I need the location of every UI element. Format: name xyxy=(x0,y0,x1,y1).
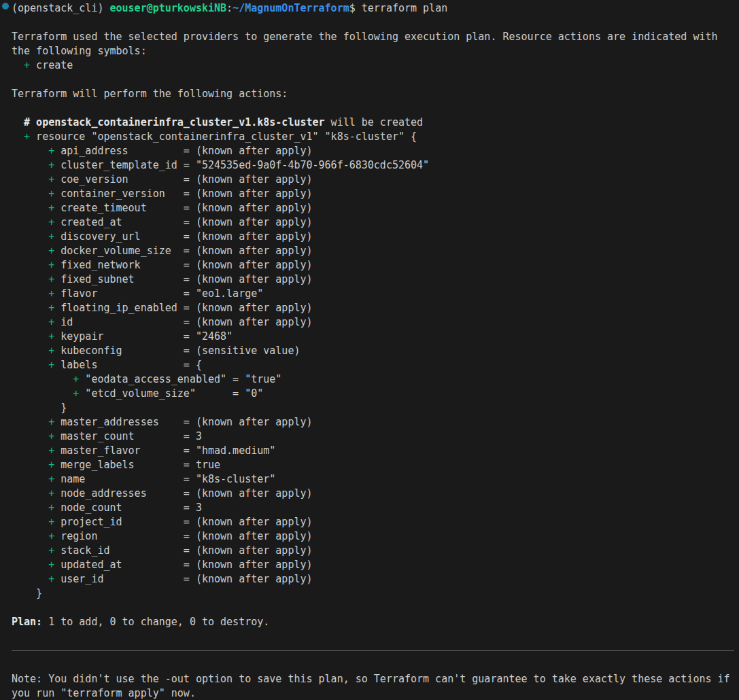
attr-region: + region = (known after apply) xyxy=(12,529,734,544)
attr-coe_version: + coe_version = (known after apply) xyxy=(12,173,734,187)
text-segment xyxy=(12,516,48,528)
text-segment: you run "terraform apply" now. xyxy=(12,687,196,699)
plus-sign: + xyxy=(48,259,54,271)
text-segment: Note: You didn't use the -out option to … xyxy=(12,673,730,685)
text-segment: container_version = (known after apply) xyxy=(54,188,312,200)
text-segment: stack_id = (known after apply) xyxy=(54,544,312,557)
attr-user_id: + user_id = (known after apply) xyxy=(12,572,734,587)
text-segment xyxy=(12,573,48,585)
attr-discovery_url: + discovery_url = (known after apply) xyxy=(12,230,734,244)
text-segment xyxy=(12,230,48,243)
attr-master_addresses: + master_addresses = (known after apply) xyxy=(12,415,734,430)
prompt-colon: : xyxy=(226,2,233,14)
attr-created_at: + created_at = (known after apply) xyxy=(12,215,734,230)
text-segment: project_id = (known after apply) xyxy=(54,516,312,528)
plan-summary-line: Plan: 1 to add, 0 to change, 0 to destro… xyxy=(12,615,734,629)
text-segment: labels = { xyxy=(54,359,202,371)
plus-sign: + xyxy=(24,59,30,71)
text-segment: master_count = 3 xyxy=(54,430,202,442)
text-segment: node_count = 3 xyxy=(54,502,202,514)
plus-sign: + xyxy=(48,459,54,471)
text-segment: } xyxy=(12,402,67,414)
plus-sign: + xyxy=(48,287,54,300)
text-segment xyxy=(12,130,24,143)
text-segment xyxy=(12,216,48,228)
attr-node_addresses: + node_addresses = (known after apply) xyxy=(12,487,734,501)
text-segment: } xyxy=(12,587,42,599)
plus-sign: + xyxy=(48,444,54,457)
text-segment xyxy=(12,173,48,186)
terminal-command-decoration-icon[interactable] xyxy=(2,3,9,10)
text-segment: flavor = "eo1.large" xyxy=(54,287,263,300)
prompt-venv: (openstack_cli) xyxy=(12,2,110,14)
text-segment xyxy=(12,430,48,442)
text-segment: fixed_network = (known after apply) xyxy=(54,259,312,271)
plus-sign: + xyxy=(48,430,54,442)
attr-name: + name = "k8s-cluster" xyxy=(12,472,734,487)
terminal-line: Terraform used the selected providers to… xyxy=(12,30,734,44)
text-segment xyxy=(12,302,48,314)
text-segment xyxy=(12,116,24,128)
plus-sign: + xyxy=(48,159,54,171)
plus-sign: + xyxy=(48,188,54,200)
text-segment: created_at = (known after apply) xyxy=(54,216,312,228)
text-segment: region = (known after apply) xyxy=(54,530,312,542)
attr-fixed_subnet: + fixed_subnet = (known after apply) xyxy=(12,273,734,287)
attr-create_timeout: + create_timeout = (known after apply) xyxy=(12,201,734,215)
text-segment: id = (known after apply) xyxy=(54,316,312,328)
attr-fixed_network: + fixed_network = (known after apply) xyxy=(12,258,734,273)
text-segment: discovery_url = (known after apply) xyxy=(54,230,312,243)
text-segment xyxy=(12,245,48,257)
attr-flavor: + flavor = "eo1.large" xyxy=(12,287,734,301)
attr-label-etcd_volume_size: + "etcd_volume_size" = "0" xyxy=(12,387,734,401)
plus-sign: + xyxy=(48,416,54,428)
text-segment: name = "k8s-cluster" xyxy=(54,473,275,485)
text-segment: the following symbols: xyxy=(12,45,147,57)
terminal-line: you run "terraform apply" now. xyxy=(12,686,734,700)
attr-floating_ip_enabled: + floating_ip_enabled = (known after app… xyxy=(12,301,734,315)
text-segment xyxy=(12,387,73,400)
terminal-line xyxy=(12,658,734,672)
resource-block-open: + resource "openstack_containerinfra_clu… xyxy=(12,130,734,144)
text-segment xyxy=(12,487,48,500)
text-segment: merge_labels = true xyxy=(54,459,220,471)
plus-sign: + xyxy=(48,245,54,257)
text-segment: coe_version = (known after apply) xyxy=(54,173,312,186)
plus-sign: + xyxy=(48,345,54,357)
plus-sign: + xyxy=(48,273,54,285)
attr-updated_at: + updated_at = (known after apply) xyxy=(12,558,734,572)
text-segment: master_addresses = (known after apply) xyxy=(54,416,312,428)
text-segment xyxy=(12,530,48,542)
text-segment xyxy=(12,416,48,428)
text-segment: kubeconfig = (sensitive value) xyxy=(54,345,300,357)
plus-sign: + xyxy=(48,316,54,328)
attr-master_count: + master_count = 3 xyxy=(12,430,734,444)
plus-sign: + xyxy=(48,330,54,343)
terminal[interactable]: (openstack_cli) eouser@pturkowskiNB:~/Ma… xyxy=(0,0,739,700)
plus-sign: + xyxy=(24,130,30,143)
terminal-line xyxy=(12,73,734,87)
text-segment: user_id = (known after apply) xyxy=(54,573,312,585)
text-segment xyxy=(12,459,48,471)
text-segment: will be created xyxy=(325,116,424,128)
resource-comment-line: # openstack_containerinfra_cluster_v1.k8… xyxy=(12,116,734,130)
text-segment: floating_ip_enabled = (known after apply… xyxy=(54,302,312,314)
text-segment xyxy=(12,373,73,385)
attr-label-eodata_access_enabled: + "eodata_access_enabled" = "true" xyxy=(12,372,734,387)
text-segment xyxy=(12,202,48,214)
attr-api_address: + api_address = (known after apply) xyxy=(12,144,734,158)
attr-stack_id: + stack_id = (known after apply) xyxy=(12,544,734,558)
terminal-line: Note: You didn't use the -out option to … xyxy=(12,672,734,686)
text-segment xyxy=(12,559,48,571)
plus-sign: + xyxy=(48,359,54,371)
attr-id: + id = (known after apply) xyxy=(12,315,734,330)
plus-sign: + xyxy=(48,216,54,228)
attr-project_id: + project_id = (known after apply) xyxy=(12,515,734,529)
text-segment xyxy=(12,316,48,328)
text-segment: node_addresses = (known after apply) xyxy=(54,487,312,500)
resource-block-close: } xyxy=(12,587,734,601)
attr-docker_volume_size: + docker_volume_size = (known after appl… xyxy=(12,244,734,258)
plus-sign: + xyxy=(73,387,79,400)
prompt-line: (openstack_cli) eouser@pturkowskiNB:~/Ma… xyxy=(12,1,734,16)
resource-address: # openstack_containerinfra_cluster_v1.k8… xyxy=(24,116,325,128)
